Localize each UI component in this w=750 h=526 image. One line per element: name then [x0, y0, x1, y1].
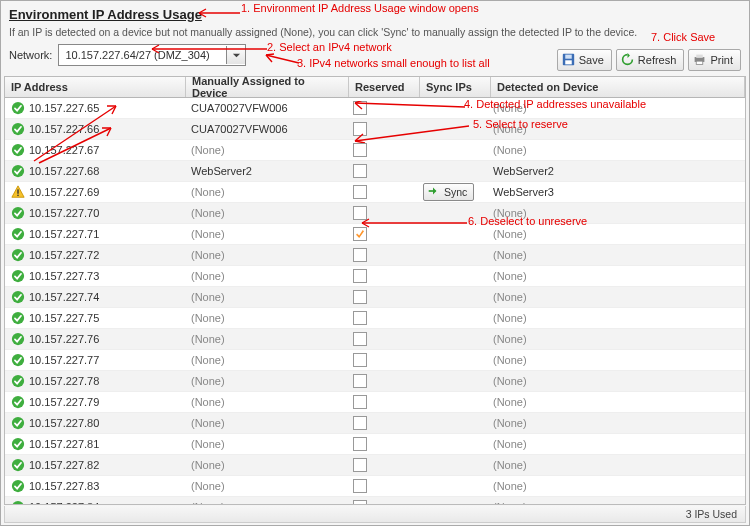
svg-rect-4	[697, 55, 704, 58]
table-row[interactable]: 10.157.227.69(None)SyncWebServer3	[5, 182, 745, 203]
grid-body[interactable]: 10.157.227.65CUA70027VFW006(None)10.157.…	[5, 98, 745, 504]
svg-point-8	[12, 144, 24, 156]
reserved-checkbox[interactable]	[353, 101, 367, 115]
reserved-checkbox[interactable]	[353, 374, 367, 388]
table-row[interactable]: 10.157.227.81(None)(None)	[5, 434, 745, 455]
status-ok-icon	[11, 290, 25, 304]
table-row[interactable]: 10.157.227.71(None)(None)	[5, 224, 745, 245]
table-row[interactable]: 10.157.227.68WebServer2WebServer2	[5, 161, 745, 182]
reserved-checkbox[interactable]	[353, 479, 367, 493]
reserved-checkbox[interactable]	[353, 332, 367, 346]
reserved-checkbox[interactable]	[353, 416, 367, 430]
detected-value: WebServer2	[493, 165, 554, 177]
table-row[interactable]: 10.157.227.72(None)(None)	[5, 245, 745, 266]
manually-assigned-value: (None)	[191, 396, 225, 408]
detected-value: (None)	[493, 459, 527, 471]
reserved-checkbox[interactable]	[353, 458, 367, 472]
ip-address: 10.157.227.72	[29, 249, 99, 261]
table-row[interactable]: 10.157.227.77(None)(None)	[5, 350, 745, 371]
table-row[interactable]: 10.157.227.78(None)(None)	[5, 371, 745, 392]
table-row[interactable]: 10.157.227.74(None)(None)	[5, 287, 745, 308]
table-row[interactable]: 10.157.227.79(None)(None)	[5, 392, 745, 413]
manually-assigned-value: (None)	[191, 438, 225, 450]
detected-value: (None)	[493, 333, 527, 345]
manually-assigned-value: (None)	[191, 144, 225, 156]
detected-value: (None)	[493, 144, 527, 156]
ip-address: 10.157.227.79	[29, 396, 99, 408]
table-row[interactable]: 10.157.227.82(None)(None)	[5, 455, 745, 476]
reserved-checkbox[interactable]	[353, 395, 367, 409]
detected-value: (None)	[493, 501, 527, 504]
detected-value: (None)	[493, 396, 527, 408]
sync-button[interactable]: Sync	[423, 183, 474, 201]
print-button[interactable]: Print	[688, 49, 741, 71]
reserved-checkbox[interactable]	[353, 227, 367, 241]
manually-assigned-value: (None)	[191, 417, 225, 429]
svg-rect-2	[565, 60, 572, 64]
status-ok-icon	[11, 101, 25, 115]
reserved-checkbox[interactable]	[353, 143, 367, 157]
reserved-checkbox[interactable]	[353, 269, 367, 283]
col-manually-assigned[interactable]: Manually Assigned to Device	[186, 77, 349, 97]
col-sync-ips[interactable]: Sync IPs	[420, 77, 491, 97]
network-select[interactable]: 10.157.227.64/27 (DMZ_304)	[58, 44, 246, 66]
manually-assigned-value: (None)	[191, 333, 225, 345]
table-row[interactable]: 10.157.227.76(None)(None)	[5, 329, 745, 350]
svg-rect-1	[565, 55, 572, 59]
detected-value: (None)	[493, 228, 527, 240]
ip-address: 10.157.227.75	[29, 312, 99, 324]
ip-address: 10.157.227.74	[29, 291, 99, 303]
manually-assigned-value: (None)	[191, 207, 225, 219]
table-row[interactable]: 10.157.227.73(None)(None)	[5, 266, 745, 287]
detected-value: (None)	[493, 438, 527, 450]
table-row[interactable]: 10.157.227.84(None)(None)	[5, 497, 745, 504]
table-row[interactable]: 10.157.227.66CUA70027VFW006(None)	[5, 119, 745, 140]
reserved-checkbox[interactable]	[353, 500, 367, 504]
ip-address: 10.157.227.71	[29, 228, 99, 240]
reserved-checkbox[interactable]	[353, 311, 367, 325]
status-ok-icon	[11, 122, 25, 136]
refresh-button[interactable]: Refresh	[616, 49, 685, 71]
dropdown-arrow-icon[interactable]	[226, 46, 245, 64]
svg-point-19	[12, 354, 24, 366]
reserved-checkbox[interactable]	[353, 248, 367, 262]
svg-rect-10	[17, 189, 18, 193]
save-button[interactable]: Save	[557, 49, 612, 71]
detected-value: (None)	[493, 417, 527, 429]
detected-value: (None)	[493, 249, 527, 261]
reserved-checkbox[interactable]	[353, 122, 367, 136]
table-row[interactable]: 10.157.227.65CUA70027VFW006(None)	[5, 98, 745, 119]
status-ok-icon	[11, 269, 25, 283]
col-ip[interactable]: IP Address	[5, 77, 186, 97]
ip-address: 10.157.227.65	[29, 102, 99, 114]
ip-address: 10.157.227.84	[29, 501, 99, 504]
table-row[interactable]: 10.157.227.70(None)(None)	[5, 203, 745, 224]
table-row[interactable]: 10.157.227.83(None)(None)	[5, 476, 745, 497]
reserved-checkbox[interactable]	[353, 290, 367, 304]
status-ok-icon	[11, 458, 25, 472]
manually-assigned-value: (None)	[191, 186, 225, 198]
status-ok-icon	[11, 500, 25, 504]
detected-value: (None)	[493, 375, 527, 387]
status-bar: 3 IPs Used	[4, 506, 746, 523]
reserved-checkbox[interactable]	[353, 437, 367, 451]
reserved-checkbox[interactable]	[353, 164, 367, 178]
print-icon	[693, 53, 707, 67]
reserved-checkbox[interactable]	[353, 353, 367, 367]
status-ok-icon	[11, 416, 25, 430]
ip-address: 10.157.227.77	[29, 354, 99, 366]
status-ok-icon	[11, 143, 25, 157]
table-row[interactable]: 10.157.227.80(None)(None)	[5, 413, 745, 434]
manually-assigned-value: (None)	[191, 480, 225, 492]
reserved-checkbox[interactable]	[353, 206, 367, 220]
table-row[interactable]: 10.157.227.75(None)(None)	[5, 308, 745, 329]
col-reserved[interactable]: Reserved	[349, 77, 420, 97]
reserved-checkbox[interactable]	[353, 185, 367, 199]
manually-assigned-value: (None)	[191, 501, 225, 504]
table-row[interactable]: 10.157.227.67(None)(None)	[5, 140, 745, 161]
svg-point-12	[12, 207, 24, 219]
network-select-value: 10.157.227.64/27 (DMZ_304)	[59, 47, 226, 63]
detected-value: (None)	[493, 291, 527, 303]
ip-address: 10.157.227.73	[29, 270, 99, 282]
col-detected[interactable]: Detected on Device	[491, 77, 745, 97]
